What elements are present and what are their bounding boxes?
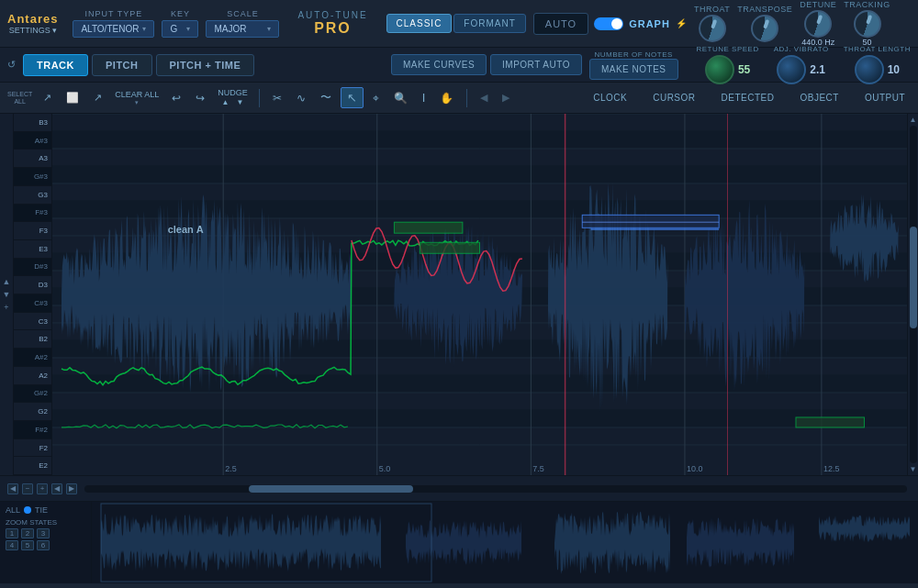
pitch-time-tab[interactable]: PITCH + TIME	[156, 54, 255, 76]
piano-key-f2[interactable]: F2	[14, 439, 51, 458]
tracking-knob[interactable]	[854, 10, 881, 38]
make-curves-button[interactable]: MAKE CURVES	[391, 54, 487, 75]
undo-button[interactable]: ↩	[166, 89, 186, 107]
object-label[interactable]: OBJECT	[794, 91, 844, 105]
pointer-tool[interactable]: ↗	[38, 89, 57, 106]
adj-vibrato-label: ADJ. VIBRATO	[774, 45, 829, 53]
zoom-btn-2[interactable]: 2	[21, 528, 34, 538]
make-notes-button[interactable]: MAKE NOTES	[589, 59, 678, 80]
second-bar: ↺ TRACK PITCH PITCH + TIME MAKE CURVES I…	[0, 48, 918, 83]
piano-key-b3[interactable]: B3	[14, 114, 51, 132]
zoom-btn-6[interactable]: 6	[37, 540, 50, 550]
piano-key-a2[interactable]: A2	[14, 367, 51, 385]
scroll-plus-button[interactable]: +	[37, 483, 48, 494]
scroll-down-arrow[interactable]: ▼	[910, 465, 917, 473]
anchor-tool[interactable]: ⌖	[367, 89, 385, 107]
zoom-tool[interactable]: 🔍	[388, 89, 413, 107]
piano-key-d3[interactable]: D3	[14, 276, 51, 294]
toolbar-separator-1	[259, 89, 260, 107]
toolbar: SELECT ALL ↗ ⬜ ↗ CLEAR ALL ▾ ↩ ↪ NUDGE ▲…	[0, 83, 918, 114]
piano-key-e3[interactable]: E3	[14, 240, 51, 259]
scissors-tool[interactable]: ✂	[267, 89, 287, 107]
detected-label[interactable]: DETECTED	[716, 91, 780, 105]
throat-knob[interactable]	[699, 15, 726, 42]
piano-key-a3[interactable]: A3	[14, 150, 51, 168]
box-select-tool[interactable]: ⬜	[61, 89, 84, 106]
piano-key-c3[interactable]: C3	[14, 313, 51, 331]
piano-key-g#3[interactable]: G#3	[14, 168, 51, 186]
curve-tool[interactable]: ∿	[291, 89, 311, 107]
pitch-up-button[interactable]: ▲	[3, 277, 11, 286]
piano-key-f#3[interactable]: F#3	[14, 205, 51, 223]
piano-key-a#2[interactable]: A#2	[14, 349, 51, 367]
export-tool[interactable]: ↗	[88, 89, 107, 106]
grid-area[interactable]	[52, 114, 907, 475]
scale-dropdown[interactable]: MAJOR ▾	[206, 20, 279, 38]
zoom-btn-5[interactable]: 5	[21, 540, 34, 550]
text-tool[interactable]: I	[417, 88, 431, 107]
scroll-up-arrow[interactable]: ▲	[910, 116, 917, 124]
nudge-up-button[interactable]: ▲	[219, 97, 232, 107]
zoom-btn-4[interactable]: 4	[6, 540, 18, 550]
piano-key-g2[interactable]: G2	[14, 403, 51, 421]
next-marker-button[interactable]: ▶	[497, 89, 515, 106]
clock-label[interactable]: CLOCK	[588, 91, 633, 105]
adj-vibrato-knob[interactable]	[777, 55, 806, 84]
piano-key-e2[interactable]: E2	[14, 457, 51, 475]
formant-mode-button[interactable]: FORMANT	[453, 14, 525, 33]
piano-key-b2[interactable]: B2	[14, 330, 51, 349]
piano-key-g3[interactable]: G3	[14, 186, 51, 205]
piano-key-d#3[interactable]: D#3	[14, 259, 51, 277]
bottom-scrollbar: ◀ − + ◀ ▶	[0, 475, 918, 501]
piano-key-f#2[interactable]: F#2	[14, 421, 51, 439]
redo-button[interactable]: ↪	[190, 89, 210, 107]
nudge-down-button[interactable]: ▼	[234, 97, 247, 107]
track-tab[interactable]: TRACK	[23, 54, 88, 76]
input-type-label: INPUT TYPE	[85, 9, 143, 18]
import-auto-button[interactable]: IMPORT AUTO	[490, 54, 582, 75]
pitch-tab[interactable]: PITCH	[92, 54, 152, 76]
detune-knob[interactable]	[804, 10, 832, 38]
key-dropdown[interactable]: G ▾	[162, 20, 198, 38]
sine-tool[interactable]: 〜	[315, 87, 337, 108]
auto-button[interactable]: AUTO	[533, 13, 588, 35]
input-type-dropdown[interactable]: ALTO/TENOR ▾	[73, 20, 154, 38]
key-section: KEY G ▾	[162, 9, 198, 38]
horizontal-scroll-track[interactable]	[84, 485, 907, 493]
classic-mode-button[interactable]: CLASSIC	[386, 14, 453, 33]
piano-key-a#3[interactable]: A#3	[14, 132, 51, 150]
select-tool[interactable]: ↖	[341, 87, 364, 108]
throat-length-knob[interactable]	[855, 55, 884, 84]
hand-tool[interactable]: ✋	[434, 89, 459, 107]
pitch-down-button[interactable]: ▼	[3, 290, 11, 299]
autotune-title: AUTO-TUNE PRO	[297, 10, 367, 37]
retune-speed-knob[interactable]	[705, 55, 734, 84]
throat-knob-section: THROAT	[694, 5, 730, 42]
zoom-btn-1[interactable]: 1	[6, 528, 18, 538]
mini-waveform[interactable]	[92, 502, 918, 583]
graph-toggle-track[interactable]	[594, 17, 623, 30]
scroll-left-arrow[interactable]: ◀	[7, 483, 18, 494]
output-label[interactable]: OUTPUT	[859, 91, 911, 105]
throat-length-section: THROAT LENGTH 10	[844, 45, 911, 84]
piano-key-f3[interactable]: F3	[14, 222, 51, 240]
cursor-label[interactable]: CURSOR	[647, 91, 700, 105]
piano-key-g#2[interactable]: G#2	[14, 385, 51, 404]
zoom-btn-3[interactable]: 3	[37, 528, 50, 538]
scroll-right-small[interactable]: ▶	[66, 483, 77, 494]
scroll-minus-button[interactable]: −	[22, 483, 33, 494]
clear-all-button[interactable]: CLEAR ALL ▾	[115, 90, 159, 106]
settings-link[interactable]: SETTINGS ▾	[9, 26, 57, 35]
piano-key-c#3[interactable]: C#3	[14, 294, 51, 313]
scroll-left-small[interactable]: ◀	[51, 483, 62, 494]
select-all-button[interactable]: SELECT ALL	[7, 91, 32, 105]
horizontal-scroll-thumb	[249, 485, 413, 493]
prev-marker-button[interactable]: ◀	[475, 89, 493, 106]
transpose-knob[interactable]	[751, 15, 778, 42]
vert-scroll-track[interactable]	[910, 126, 917, 463]
vertical-scrollbar[interactable]: ▲ ▼	[907, 114, 918, 475]
add-note-button[interactable]: +	[4, 303, 8, 312]
transpose-knob-section: TRANSPOSE	[737, 5, 792, 42]
waveform-canvas[interactable]	[52, 114, 907, 475]
adj-vibrato-section: ADJ. VIBRATO 2.1	[774, 45, 829, 84]
